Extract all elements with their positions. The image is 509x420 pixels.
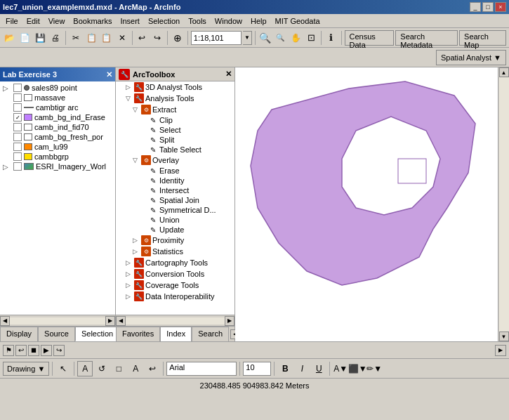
map-tool-forward[interactable]: ↪ [53,345,65,356]
layer-item-esri-imagery[interactable]: ▷ ESRI_Imagery_Worl [1,162,114,171]
cut-button[interactable]: ✂ [69,30,83,46]
hscroll-right[interactable]: ▶ [105,316,115,326]
map-vscroll[interactable]: ▲ ▼ [498,67,509,341]
drawing-menu-button[interactable]: Drawing ▼ [3,362,49,376]
bold-button[interactable]: B [277,361,293,376]
menu-file[interactable]: File [1,15,22,27]
expand-carto[interactable]: ▷ [126,259,133,266]
expand-icon[interactable]: ▷ [3,84,11,92]
window-controls[interactable]: _ □ × [470,2,506,12]
undo-button[interactable]: ↩ [135,30,150,46]
toolbox-split[interactable]: ✎ Split [116,135,234,145]
map-area[interactable]: ▲ ▼ [235,67,509,341]
redo-button[interactable]: ↪ [150,30,164,46]
toolbox-close-button[interactable]: ✕ [225,70,232,79]
redo-draw-button[interactable]: ↩ [145,361,160,376]
map-tool-play[interactable]: ▶ [41,345,52,356]
layer-checkbox-cam-lu[interactable] [13,143,22,151]
toolbox-erase[interactable]: ✎ Erase [116,166,234,176]
print-button[interactable]: 🖨 [49,30,63,46]
maximize-button[interactable]: □ [482,2,494,12]
expand-analysis[interactable]: ▽ [126,95,133,102]
scale-input[interactable]: 1:18,101 [191,31,242,45]
identify-button[interactable]: ℹ [324,30,338,46]
expand-overlay[interactable]: ▽ [133,157,140,164]
layer-item-cambtigr[interactable]: cambtigr arc [1,103,114,112]
layer-item-camb-bg-fresh[interactable]: camb_bg_fresh_por [1,132,114,142]
expand-extract[interactable]: ▽ [133,106,140,113]
rect-button[interactable]: □ [111,361,126,376]
tab-selection[interactable]: Selection [75,327,119,341]
close-button[interactable]: × [495,2,506,12]
menu-view[interactable]: View [44,15,70,27]
add-data-button[interactable]: ⊕ [171,30,185,46]
expand-icon-esri[interactable]: ▷ [3,163,11,171]
toolbox-cartography[interactable]: ▷ 🔧 Cartography Tools [116,257,234,268]
expand-proximity[interactable]: ▷ [133,237,140,244]
layer-item-camb-ind-fid[interactable]: camb_ind_fid70 [1,122,114,132]
zoom-out-button[interactable]: 🔍 [273,30,287,46]
toolbox-coverage[interactable]: ▷ 🔧 Coverage Tools [116,280,234,291]
text-button[interactable]: A [77,361,93,376]
layer-item-sales89[interactable]: ▷ sales89 point [1,83,114,93]
font-name-select[interactable]: Arial [166,362,237,376]
menu-edit[interactable]: Edit [22,15,44,27]
census-data-button[interactable]: Census Data [345,30,395,46]
tab-display[interactable]: Display [0,327,38,341]
menu-tools[interactable]: Tools [184,15,211,27]
layer-item-cam-lu99[interactable]: cam_lu99 [1,142,114,152]
map-tool-flag[interactable]: ⚑ [3,345,14,356]
save-button[interactable]: 💾 [34,30,48,46]
map-hscroll-right[interactable]: ▶ [495,345,506,356]
underline-button[interactable]: U [311,361,326,376]
layer-item-massave[interactable]: massave [1,93,114,103]
toolbox-proximity[interactable]: ▷ ⚙ Proximity [116,235,234,246]
menu-mit-geodata[interactable]: MIT Geodata [271,15,324,27]
toolbox-overlay[interactable]: ▽ ⚙ Overlay [116,155,234,166]
tab-source[interactable]: Source [38,327,75,341]
toolbox-select[interactable]: ✎ Select [116,125,234,135]
expand-cov[interactable]: ▷ [126,282,133,289]
toolbox-intersect[interactable]: ✎ Intersect [116,185,234,195]
layer-hscroll[interactable]: ◀ ▶ [0,315,115,326]
layer-checkbox-camb-fresh[interactable] [13,133,22,141]
toolbox-tab-favorites[interactable]: Favorites [116,327,160,341]
zoom-in-button[interactable]: 🔍 [258,30,272,46]
new-button[interactable]: 📄 [18,30,32,46]
scale-dropdown[interactable]: ▼ [243,31,252,45]
spatial-analyst-button[interactable]: Spatial Analyst ▼ [436,50,506,65]
rotate-button[interactable]: ↺ [94,361,110,376]
text-style-button[interactable]: A [128,361,143,376]
toolbox-extract[interactable]: ▽ ⚙ Extract [116,104,234,115]
paste-button[interactable]: 📋 [100,30,114,46]
toolbox-conversion[interactable]: ▷ 🔧 Conversion Tools [116,268,234,280]
layer-checkbox-cambbgrp[interactable] [13,152,22,161]
menu-window[interactable]: Window [211,15,246,27]
layer-panel-close-button[interactable]: ✕ [106,70,112,79]
search-metadata-button[interactable]: Search Metadata [395,30,458,46]
menu-bookmarks[interactable]: Bookmarks [69,15,116,27]
full-extent-button[interactable]: ⊡ [304,30,318,46]
menu-selection[interactable]: Selection [144,15,184,27]
menu-help[interactable]: Help [246,15,271,27]
layer-checkbox-massave[interactable] [13,93,22,102]
fill-color-button[interactable]: ⬛▼ [350,361,365,376]
toolbox-update[interactable]: ✎ Update [116,225,234,235]
toolbox-analysis[interactable]: ▽ 🔧 Analysis Tools [116,93,234,104]
open-button[interactable]: 📂 [3,30,17,46]
font-color-button[interactable]: A▼ [333,361,348,376]
layer-checkbox-sales89[interactable] [13,84,22,92]
map-tool-stop[interactable]: ⏹ [28,345,39,356]
toolbox-union[interactable]: ✎ Union [116,215,234,225]
toolbox-statistics[interactable]: ▷ ⚙ Statistics [116,246,234,257]
delete-button[interactable]: ✕ [115,30,129,46]
layer-item-cambbgrp[interactable]: cambbgrp [1,152,114,162]
copy-button[interactable]: 📋 [84,30,98,46]
expand-stats[interactable]: ▷ [133,248,140,255]
expand-3d[interactable]: ▷ [126,84,133,91]
layer-checkbox-cambtigr[interactable] [13,103,22,112]
toolbox-spatial-join[interactable]: ✎ Spatial Join [116,195,234,205]
draw-cursor-button[interactable]: ↖ [55,361,71,376]
toolbox-hscroll[interactable]: ◀ ▶ [116,315,234,326]
toolbox-hscroll-left[interactable]: ◀ [116,316,126,326]
